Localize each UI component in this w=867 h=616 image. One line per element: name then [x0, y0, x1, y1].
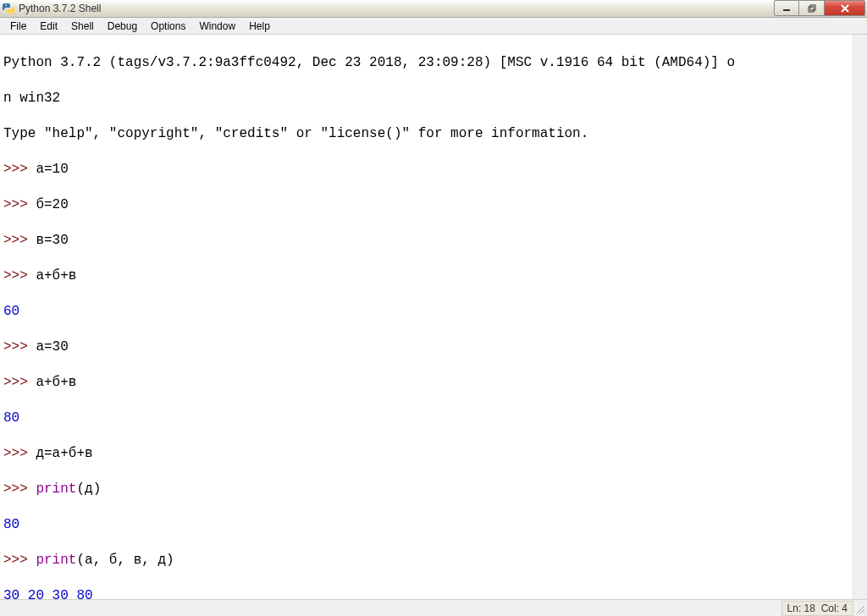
input-line: >>> д=а+б+в: [3, 445, 848, 463]
input-line: >>> а+б+в: [3, 374, 848, 392]
output-line: 30 20 30 80: [3, 587, 848, 599]
banner-line: Python 3.7.2 (tags/v3.7.2:9a3ffc0492, De…: [3, 54, 848, 72]
prompt: >>>: [3, 553, 36, 568]
window-controls: [774, 0, 865, 16]
menu-help[interactable]: Help: [242, 19, 277, 34]
prompt: >>>: [3, 375, 36, 390]
prompt: >>>: [3, 197, 36, 212]
prompt: >>>: [3, 162, 36, 177]
prompt: >>>: [3, 446, 36, 461]
menu-debug[interactable]: Debug: [101, 19, 144, 34]
banner-line: Type "help", "copyright", "credits" or "…: [3, 125, 848, 143]
menu-shell[interactable]: Shell: [64, 19, 101, 34]
prompt: >>>: [3, 233, 36, 248]
svg-point-1: [10, 11, 12, 13]
svg-point-0: [5, 4, 7, 6]
input-line: >>> print(д): [3, 481, 848, 498]
input-line: >>> а=30: [3, 338, 848, 356]
status-position: Ln: 18 Col: 4: [781, 601, 853, 616]
close-button[interactable]: [825, 0, 865, 16]
input-line: >>> а=10: [3, 161, 848, 179]
resize-grip-icon[interactable]: [855, 604, 865, 614]
input-line: >>> в=30: [3, 232, 848, 250]
menu-file[interactable]: File: [3, 19, 33, 34]
svg-line-9: [864, 613, 864, 613]
svg-line-7: [857, 606, 864, 613]
svg-rect-4: [810, 5, 815, 10]
shell-editor[interactable]: Python 3.7.2 (tags/v3.7.2:9a3ffc0492, De…: [0, 35, 867, 599]
title-bar: Python 3.7.2 Shell: [0, 0, 867, 18]
app-icon: [2, 2, 15, 15]
minimize-button[interactable]: [774, 0, 799, 16]
menu-window[interactable]: Window: [192, 19, 242, 34]
menu-edit[interactable]: Edit: [33, 19, 64, 34]
menu-options[interactable]: Options: [144, 19, 192, 34]
prompt: >>>: [3, 339, 36, 355]
output-line: 80: [3, 516, 848, 534]
output-line: 80: [3, 410, 848, 427]
output-line: 60: [3, 303, 848, 321]
input-line: >>> а+б+в: [3, 267, 848, 285]
maximize-button[interactable]: [799, 0, 825, 16]
svg-rect-3: [809, 7, 814, 12]
status-bar: Ln: 18 Col: 4: [0, 599, 867, 616]
input-line: >>> б=20: [3, 196, 848, 214]
banner-line: n win32: [3, 90, 848, 107]
menu-bar: File Edit Shell Debug Options Window Hel…: [0, 18, 867, 35]
prompt: >>>: [3, 268, 36, 283]
input-line: >>> print(а, б, в, д): [3, 552, 848, 569]
prompt: >>>: [3, 481, 36, 497]
window-title: Python 3.7.2 Shell: [19, 3, 774, 14]
